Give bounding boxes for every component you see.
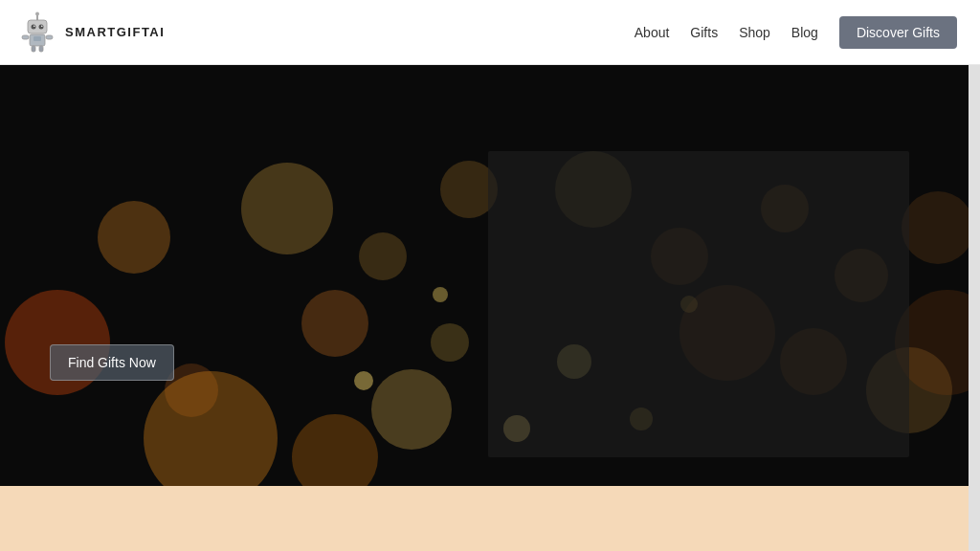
hero-overlay-panel: [488, 151, 909, 457]
svg-point-34: [433, 287, 448, 302]
navbar: SMARTGIFTAI About Gifts Shop Blog Discov…: [0, 0, 980, 65]
discover-gifts-button[interactable]: Discover Gifts: [839, 16, 957, 49]
peach-section: [0, 486, 980, 551]
logo-text: SMARTGIFTAI: [65, 25, 165, 39]
svg-point-14: [98, 201, 170, 274]
svg-point-3: [32, 24, 36, 29]
logo-area: SMARTGIFTAI: [15, 11, 165, 55]
svg-point-33: [354, 371, 373, 390]
logo-robot-icon: [15, 11, 59, 55]
svg-rect-12: [33, 36, 41, 41]
svg-point-16: [241, 163, 333, 254]
find-gifts-button[interactable]: Find Gifts Now: [50, 344, 174, 381]
svg-rect-2: [28, 20, 47, 33]
svg-point-20: [431, 323, 469, 362]
svg-point-5: [33, 25, 35, 27]
svg-point-31: [902, 191, 974, 264]
svg-point-17: [301, 290, 368, 357]
nav-link-blog[interactable]: Blog: [791, 25, 818, 40]
svg-point-22: [144, 371, 278, 486]
svg-rect-8: [22, 35, 29, 39]
svg-rect-10: [32, 46, 35, 52]
svg-point-23: [292, 414, 378, 486]
svg-point-1: [35, 11, 39, 15]
nav-link-shop[interactable]: Shop: [739, 25, 770, 40]
svg-point-19: [371, 369, 452, 450]
scrollbar[interactable]: [969, 0, 980, 551]
hero-section: Find Gifts Now: [0, 65, 980, 486]
svg-point-18: [359, 232, 407, 280]
svg-point-4: [39, 24, 44, 29]
nav-link-gifts[interactable]: Gifts: [690, 25, 718, 40]
svg-point-6: [41, 25, 43, 27]
svg-rect-11: [39, 46, 43, 52]
nav-links: About Gifts Shop Blog Discover Gifts: [635, 16, 957, 49]
svg-rect-9: [46, 35, 53, 39]
nav-link-about[interactable]: About: [635, 25, 670, 40]
